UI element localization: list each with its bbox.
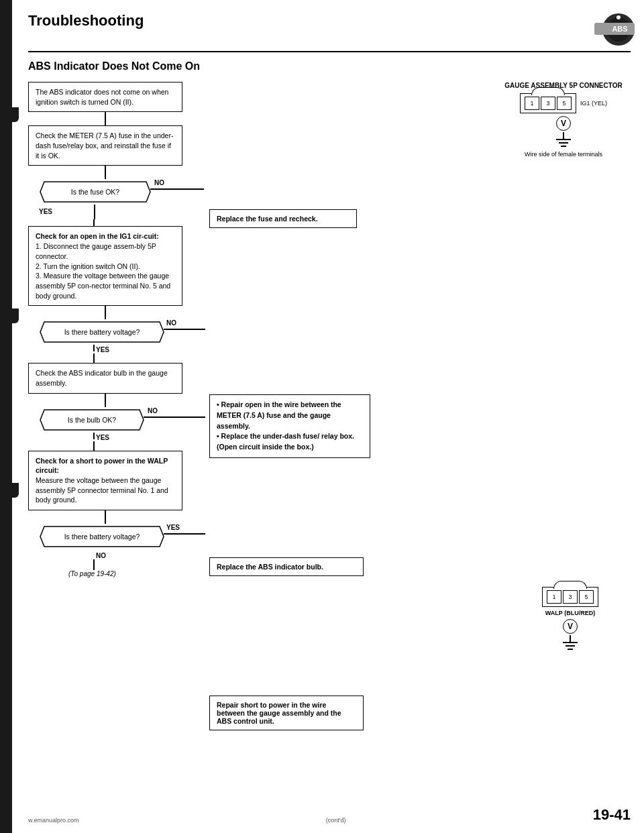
vline-yes2 [93,345,95,351]
diamond-4: Is there battery voltage? [28,524,176,549]
footer-contd: (cont'd) [326,817,346,824]
vline-6 [105,510,106,524]
svg-text:ABS: ABS [612,25,627,33]
svg-point-4 [616,15,621,19]
action-box-2: • Repair open in the wire between the ME… [209,394,370,458]
svg-text:Is the bulb OK?: Is the bulb OK? [68,416,117,424]
walp-connector-diagram: 1 3 5 WALP (BLU/RED) V [510,587,631,650]
no-arrow-1: NO [150,188,204,190]
diamond-3: Is the bulb OK? [28,407,156,433]
header-divider [28,51,631,52]
spacer-1 [209,228,631,394]
vline-yes1 [94,205,95,219]
page-title: Troubleshooting [28,12,144,30]
no-arrow-3: NO [144,416,205,418]
gauge-connector-diagram: GAUGE ASSEMBLY 5P CONNECTOR 1 3 5 [496,82,631,158]
yes-row-3: YES [93,433,203,451]
vline-1 [105,112,106,125]
page-number: 19-41 [593,806,631,824]
vline-2 [105,166,106,179]
flow-box-3: Check for an open in the IG1 cir-cuit: 1… [28,226,182,306]
binding-strip [0,0,12,833]
no-arrow-2: NO [164,329,205,330]
svg-text:Is there battery voltage?: Is there battery voltage? [64,328,140,336]
binding-notch-mid2 [0,483,19,498]
spacer-2 [209,458,631,557]
flow-box-5: Check for a short to power in the WALP c… [28,451,182,510]
page-footer: w.emanualpro.com (cont'd) 19-41 [15,806,644,824]
svg-text:Is there battery voltage?: Is there battery voltage? [64,533,140,541]
binding-notch-mid1 [0,309,19,323]
binding-notch-top [0,107,19,122]
vline-yes3 [93,433,95,439]
vline-3 [93,219,95,226]
vline-5 [105,394,106,407]
diamond-1: Is the fuse OK? [28,179,162,205]
yes-row-1: YES [32,205,203,219]
vline-no4 [93,559,95,570]
abs-logo: ABS [589,12,631,47]
flow-box-2: Check the METER (7.5 A) fuse in the unde… [28,125,182,166]
action-box-1: Replace the fuse and recheck. [209,209,357,228]
flow-box-4: Check the ABS indicator bulb in the gaug… [28,363,182,393]
vline-yes3b [93,441,95,451]
action-box-3: Replace the ABS indicator bulb. [209,557,364,576]
vline-4 [105,306,106,319]
yes-arrow-4: YES [164,533,205,535]
diamond-2: Is there battery voltage? [28,319,176,345]
yes-row-2: YES [93,345,203,363]
vline-yes2b [93,353,95,363]
page-header: Troubleshooting ABS [28,12,631,47]
to-page: (To page 19-42) [68,570,203,577]
footer-url: w.emanualpro.com [28,817,79,824]
no-to-page: NO [93,552,203,570]
flow-box-1: The ABS indicator does not come on when … [28,82,182,112]
section-title: ABS Indicator Does Not Come On [28,60,631,72]
action-box-4: Repair short to power in the wire betwee… [209,696,364,730]
svg-text:Is the fuse OK?: Is the fuse OK? [71,188,120,196]
